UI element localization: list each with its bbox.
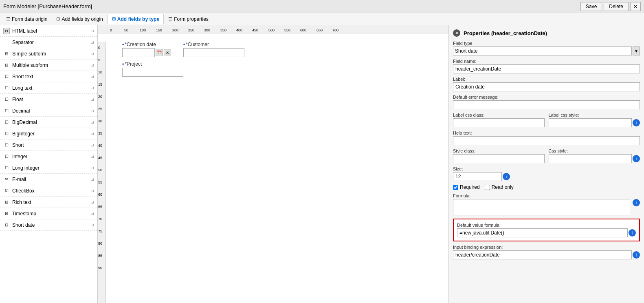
required-checkbox-item: Required [453,184,480,190]
default-error-message-row: Default error message: [453,95,640,109]
drag-handle: ⊿ [91,51,94,56]
field-type-select-arrow[interactable]: ▼ [633,46,640,55]
sidebar-item-short[interactable]: ☐ Short ⊿ [0,139,97,151]
sidebar-item-multiple-subform[interactable]: ⊟ Multiple subform ⊿ [0,60,97,71]
default-value-formula-info[interactable]: i [629,229,636,237]
field-type-label: Field type [453,41,640,46]
drag-handle: ⊿ [91,63,94,67]
save-button[interactable]: Save [580,2,602,11]
required-readonly-row: Required Read only [453,184,640,190]
bigdecimal-icon: ☐ [3,119,10,126]
drag-handle: ⊿ [91,211,94,216]
label-input[interactable] [453,82,640,91]
field-name-input[interactable] [453,64,640,73]
input-binding-expression-info[interactable]: i [633,251,640,259]
required-label: Required [460,184,480,190]
sidebar-item-short-text[interactable]: ☐ Short text ⊿ [0,71,97,82]
tab-add-fields-by-type[interactable]: ⊞ Add fields by type [108,14,164,24]
size-input[interactable] [453,172,502,181]
drag-handle: ⊿ [91,200,94,204]
properties-close-button[interactable]: ✕ [453,29,460,37]
drag-handle: ⊿ [91,120,94,124]
short-text-icon: ☐ [3,73,10,80]
window-close-button[interactable]: ✕ [630,2,641,11]
label-css-style-info[interactable]: i [633,119,640,126]
drag-handle: ⊿ [91,188,94,193]
simple-subform-icon: ⊟ [3,51,10,57]
tab-form-properties-icon: ☰ [168,16,172,22]
default-error-message-input[interactable] [453,100,640,109]
sidebar-item-checkbox[interactable]: ☑ CheckBox ⊿ [0,185,97,197]
css-style-input[interactable] [549,154,632,163]
default-value-formula-label: Default value formula: [457,223,636,228]
date-calendar-button[interactable]: 📅 [156,49,163,56]
customer-input[interactable] [183,48,244,57]
style-class-row: Style class: Css style: i [453,148,640,163]
label-css-class-input[interactable] [453,118,545,127]
size-info[interactable]: i [503,173,510,180]
input-binding-expression-label: Input binding expression: [453,245,640,250]
input-binding-expression-input[interactable] [453,250,632,259]
long-text-icon: ☐ [3,85,10,91]
help-text-input[interactable] [453,136,640,145]
project-input[interactable] [122,68,183,77]
sidebar-item-timestamp[interactable]: ⊟ Timestamp ⊿ [0,208,97,219]
css-style-label: Css style: [549,148,640,153]
sidebar-item-biginteger[interactable]: ☐ BigInteger ⊿ [0,128,97,139]
sidebar-item-decimal[interactable]: ☐ Decimal ⊿ [0,105,97,117]
tab-form-data-origin-icon: ☰ [6,16,10,22]
drag-handle: ⊿ [91,74,94,79]
sidebar-item-long-integer[interactable]: ☐ Long integer ⊿ [0,162,97,174]
sidebar-item-bigdecimal[interactable]: ☐ BigDecimal ⊿ [0,117,97,128]
drag-handle: ⊿ [91,29,94,33]
sidebar-item-html-label[interactable]: H HTML label ⊿ [0,25,97,37]
label-css-style-input[interactable] [549,118,632,127]
required-checkbox[interactable] [453,185,458,190]
style-class-input[interactable] [453,154,545,163]
drag-handle: ⊿ [91,108,94,113]
css-style-info[interactable]: i [633,155,640,162]
sidebar-item-simple-subform[interactable]: ⊟ Simple subform ⊿ [0,48,97,60]
field-type-select[interactable]: Short dateTimestampLong textShort text [453,46,632,55]
form-canvas: • *Creation date 📅 ✕ • [114,33,448,303]
formula-info[interactable]: i [633,199,640,206]
tab-add-fields-by-origin[interactable]: ⊞ Add fields by origin [52,14,107,24]
html-label-icon: H [3,28,10,34]
sidebar-item-long-text[interactable]: ☐ Long text ⊿ [0,82,97,94]
formula-textarea[interactable] [453,199,630,215]
multiple-subform-icon: ⊟ [3,62,10,69]
sidebar-item-separator[interactable]: — Separator ⊿ [0,37,97,48]
drag-handle: ⊿ [91,86,94,90]
read-only-label: Read only [492,184,514,190]
creation-date-input[interactable] [122,48,155,57]
drag-handle: ⊿ [91,131,94,136]
read-only-checkbox[interactable] [485,185,490,190]
left-panel: H HTML label ⊿ — Separator ⊿ ⊟ Simple su… [0,25,98,303]
help-text-label: Help text: [453,130,640,135]
timestamp-icon: ⊟ [3,210,10,217]
help-text-row: Help text: [453,130,640,145]
customer-label: *Customer [186,42,209,47]
sidebar-item-email[interactable]: ✉ E-mail ⊿ [0,174,97,185]
sidebar-item-short-date[interactable]: ⊟ Short date ⊿ [0,219,97,231]
sidebar-item-rich-text[interactable]: ⊟ Rich text ⊿ [0,197,97,208]
tab-bar: ☰ Form data origin ⊞ Add fields by origi… [0,13,644,25]
size-label: Size: [453,166,640,171]
form-row-1: • *Creation date 📅 ✕ • [122,42,440,57]
tab-form-properties[interactable]: ☰ Form properties [164,14,213,24]
field-name-row: Field name: [453,59,640,73]
label-css-row: Label css class: Label css style: i [453,113,640,127]
sidebar-item-float[interactable]: ☐ Float ⊿ [0,94,97,105]
size-row: Size: i [453,166,640,181]
title-bar: Form Modeler [PurchaseHeader.form] Save … [0,0,644,13]
label-row: Label: [453,77,640,91]
default-error-message-label: Default error message: [453,95,640,100]
form-field-creation-date: • *Creation date 📅 ✕ [122,42,171,57]
sidebar-item-integer[interactable]: ☐ Integer ⊿ [0,151,97,162]
delete-button[interactable]: Delete [604,2,629,11]
default-value-formula-input[interactable] [457,228,628,237]
tab-form-data-origin[interactable]: ☰ Form data origin [2,14,52,24]
decimal-icon: ☐ [3,108,10,114]
float-icon: ☐ [3,96,10,103]
date-clear-button[interactable]: ✕ [164,49,171,56]
